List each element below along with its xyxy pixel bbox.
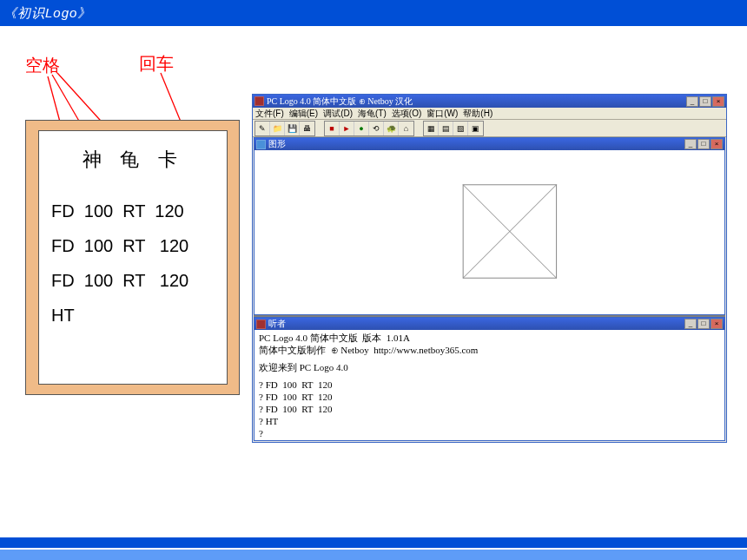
label-enter: 回车 (139, 52, 174, 76)
menu-edit[interactable]: 编辑(E) (289, 108, 318, 120)
toolbar-button[interactable]: ▦ (424, 122, 439, 135)
listener-title: 听者 (268, 318, 684, 330)
card-line: FD 100 RT 120 (51, 228, 215, 263)
minimize-button[interactable]: _ (684, 139, 697, 149)
slide-title: 《初识Logo》 (3, 5, 91, 20)
footer-band-light (0, 550, 747, 560)
code-card-inner: 神 龟 卡 FD 100 RT 120 FD 100 RT 120 FD 100… (38, 130, 228, 385)
minimize-button[interactable]: _ (686, 96, 698, 107)
listener-line: PC Logo 4.0 简体中文版 版本 1.01A (259, 332, 720, 344)
maximize-button[interactable]: □ (697, 319, 710, 329)
menubar[interactable]: 文件(F) 编辑(E) 调试(D) 海龟(T) 选项(O) 窗口(W) 帮助(H… (253, 108, 726, 120)
listener-line: 欢迎来到 PC Logo 4.0 (259, 361, 720, 373)
toolbar-button[interactable]: ► (340, 122, 354, 135)
close-button[interactable]: × (711, 139, 723, 149)
toolbar-button[interactable]: ⟲ (369, 122, 384, 135)
listener-prompt: ? FD 100 RT 120 (259, 403, 720, 415)
toolbar-button[interactable]: 💾 (285, 122, 300, 135)
listener-window: 听者 _ □ × PC Logo 4.0 简体中文版 版本 1.01A 简体中文… (254, 317, 725, 441)
menu-help[interactable]: 帮助(H) (463, 108, 492, 120)
footer-band-dark (0, 537, 747, 548)
pc-logo-window: PC Logo 4.0 简体中文版 ⊕ Netboy 汉化 _ □ × 文件(F… (252, 94, 727, 443)
card-line: HT (51, 298, 215, 333)
menu-file[interactable]: 文件(F) (255, 108, 284, 120)
menu-window[interactable]: 窗口(W) (426, 108, 458, 120)
close-button[interactable]: × (712, 96, 724, 107)
toolbar-button[interactable]: ▣ (468, 122, 483, 135)
listener-line: 简体中文版制作 ⊕ Netboy http://www.netboy365.co… (259, 344, 720, 356)
slide-header: 《初识Logo》 (0, 0, 747, 26)
mdi-client-area: 图形 _ □ × (254, 137, 725, 441)
toolbar-button[interactable]: ▧ (453, 122, 468, 135)
card-line: FD 100 RT 120 (51, 263, 215, 298)
toolbar-button[interactable]: ■ (325, 122, 340, 135)
listener-prompt: ? FD 100 RT 120 (259, 391, 720, 403)
toolbar-button[interactable]: 🖶 (300, 122, 314, 135)
app-icon (255, 96, 264, 106)
window-title: PC Logo 4.0 简体中文版 ⊕ Netboy 汉化 (267, 96, 686, 108)
close-button[interactable]: × (711, 319, 723, 329)
listener-prompt: ? HT (259, 415, 720, 427)
maximize-button[interactable]: □ (697, 139, 710, 149)
graphics-icon (256, 140, 266, 149)
listener-prompt: ? (259, 427, 720, 439)
code-card: 神 龟 卡 FD 100 RT 120 FD 100 RT 120 FD 100… (25, 120, 240, 395)
listener-prompt: ? FD 100 RT 120 (259, 379, 720, 391)
toolbar-button[interactable]: ⌂ (399, 122, 413, 135)
toolbar-button[interactable]: 🐢 (384, 122, 399, 135)
listener-body[interactable]: PC Logo 4.0 简体中文版 版本 1.01A 简体中文版制作 ⊕ Net… (255, 330, 724, 439)
graphics-title: 图形 (268, 138, 684, 150)
slide-footer (0, 534, 747, 560)
menu-options[interactable]: 选项(O) (392, 108, 421, 120)
minimize-button[interactable]: _ (684, 319, 697, 329)
toolbar-button[interactable]: ● (354, 122, 369, 135)
menu-turtle[interactable]: 海龟(T) (358, 108, 387, 120)
listener-titlebar[interactable]: 听者 _ □ × (255, 318, 724, 330)
graphics-titlebar[interactable]: 图形 _ □ × (255, 138, 724, 150)
toolbar: ✎ 📁 💾 🖶 ■ ► ● ⟲ 🐢 ⌂ ▦ ▤ ▧ ▣ (253, 120, 726, 137)
window-controls: _ □ × (686, 96, 724, 107)
toolbar-button[interactable]: ▤ (439, 122, 453, 135)
card-line: FD 100 RT 120 (51, 194, 215, 228)
graphics-window: 图形 _ □ × (254, 137, 725, 315)
listener-icon (256, 320, 266, 329)
toolbar-button[interactable]: 📁 (270, 122, 285, 135)
card-title: 神 龟 卡 (51, 147, 215, 173)
maximize-button[interactable]: □ (699, 96, 711, 107)
menu-debug[interactable]: 调试(D) (323, 108, 353, 120)
titlebar[interactable]: PC Logo 4.0 简体中文版 ⊕ Netboy 汉化 _ □ × (253, 95, 726, 108)
label-space: 空格 (25, 54, 60, 77)
toolbar-button[interactable]: ✎ (255, 122, 270, 135)
slide-body: 空格 回车 神 龟 卡 FD 100 RT 120 FD 100 RT 120 … (0, 26, 747, 534)
graphics-canvas (255, 150, 724, 313)
